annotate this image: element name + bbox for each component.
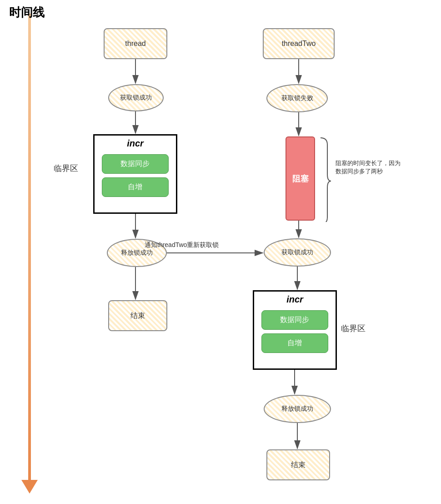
thread1-critical-box: incr 数据同步 自增 bbox=[93, 134, 177, 214]
thread2-acquire-fail: 获取锁失败 bbox=[266, 84, 328, 112]
block-note-label: 阻塞的时间变长了，因为 数据同步多了两秒 bbox=[336, 159, 408, 176]
notify-label: 通知threadTwo重新获取锁 bbox=[145, 241, 219, 249]
thread2-data-sync: 数据同步 bbox=[261, 310, 328, 330]
thread1-auto-incr: 自增 bbox=[102, 177, 169, 197]
thread1-start-box: thread bbox=[104, 28, 167, 59]
thread1-data-sync: 数据同步 bbox=[102, 154, 169, 174]
timeline-arrow bbox=[21, 480, 38, 494]
arrows-overlay bbox=[0, 0, 441, 504]
thread2-release-success: 释放锁成功 bbox=[264, 395, 331, 423]
thread2-acquire-success: 获取锁成功 bbox=[264, 238, 331, 267]
thread1-acquire-success: 获取锁成功 bbox=[108, 84, 164, 111]
thread2-start-box: threadTwo bbox=[263, 28, 335, 59]
thread2-auto-incr: 自增 bbox=[261, 333, 328, 353]
thread1-end-box: 结束 bbox=[108, 300, 167, 331]
diagram: 时间线 thread 获取锁成功 incr 数据同步 自增 临界区 释放锁成功 … bbox=[0, 0, 441, 504]
thread2-critical-box: incr 数据同步 自增 bbox=[253, 290, 337, 370]
thread2-end-box: 结束 bbox=[266, 449, 330, 480]
critical-section-right-label: 临界区 bbox=[341, 323, 366, 334]
timeline-line bbox=[28, 14, 31, 482]
timeline-label: 时间线 bbox=[9, 5, 45, 20]
critical-section-left-label: 临界区 bbox=[54, 163, 78, 174]
block-brace-svg bbox=[318, 136, 332, 222]
thread2-critical-title: incr bbox=[286, 292, 303, 307]
thread2-block-rect: 阻塞 bbox=[286, 136, 315, 221]
thread1-critical-title: incr bbox=[127, 136, 144, 151]
